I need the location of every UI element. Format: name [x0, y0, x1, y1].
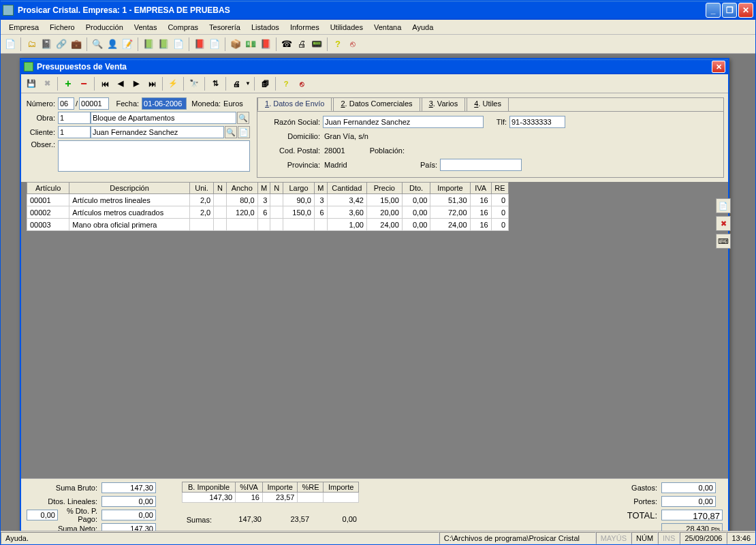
pp-pct-value[interactable]: 0,00 [27, 510, 58, 520]
tab-comerciales[interactable]: 2. Datos Comerciales [333, 97, 420, 111]
add-icon[interactable]: + [61, 76, 76, 91]
domicilio-input[interactable] [323, 130, 484, 142]
sort-icon[interactable]: ⇅ [208, 76, 223, 91]
tb-briefcase-icon[interactable]: 💼 [69, 37, 83, 51]
child-close-button[interactable]: ✕ [712, 61, 725, 73]
menu-compras[interactable]: Compras [162, 22, 204, 33]
menu-ventas[interactable]: Ventas [129, 22, 163, 33]
tb-search-icon[interactable]: 🔍 [91, 37, 104, 51]
grid-header[interactable]: Ancho [226, 183, 257, 194]
tb-box1-icon[interactable]: 📦 [229, 37, 242, 51]
table-row[interactable]: 00003Mano obra oficial primera1,0024,000… [27, 219, 509, 231]
cliente-code-input[interactable] [58, 126, 91, 138]
minimize-button[interactable]: _ [706, 3, 721, 18]
table-row[interactable]: 00001Artículo metros lineales2,080,0390,… [27, 194, 509, 206]
fecha-input[interactable] [142, 97, 187, 110]
binoculars-icon[interactable]: 🔭 [187, 76, 202, 91]
tb-new-icon[interactable]: 📄 [3, 37, 17, 51]
tb-red1-icon[interactable]: 📕 [193, 37, 206, 51]
first-icon[interactable]: ⏮ [97, 76, 112, 91]
menu-tesoreria[interactable]: Tesorería [204, 22, 246, 33]
remove-icon[interactable]: − [76, 76, 91, 91]
table-row[interactable]: 00002Artículos metros cuadrados2,0120,06… [27, 206, 509, 219]
delete-icon[interactable]: ✖ [40, 76, 54, 91]
poblacion-input[interactable] [407, 144, 516, 157]
tb-box3-icon[interactable]: 📕 [259, 37, 272, 51]
numero-serie-input[interactable] [58, 97, 74, 110]
grid-header[interactable]: Artículo [27, 183, 69, 194]
tb-person-icon[interactable]: 👤 [106, 37, 119, 51]
tb-green1-icon[interactable]: 📗 [142, 37, 155, 51]
tab-varios[interactable]: 3. Varios [422, 97, 466, 111]
tb-box2-icon[interactable]: 💵 [244, 37, 257, 51]
cliente-doc-icon[interactable]: 📄 [238, 126, 250, 138]
grid-header[interactable]: M [314, 183, 327, 194]
tb-exit-icon[interactable]: ⎋ [346, 37, 360, 51]
tb-green2-icon[interactable]: 📗 [157, 37, 170, 51]
menu-listados[interactable]: Listados [246, 22, 285, 33]
tab-envio[interactable]: 1. Datos de Envío [257, 97, 332, 111]
menu-informes[interactable]: Informes [285, 22, 325, 33]
grid-header[interactable]: RE [491, 183, 508, 194]
printer-icon[interactable]: 🖨 [229, 76, 244, 91]
gastos-value[interactable]: 0,00 [661, 482, 716, 493]
grid-header[interactable]: Cantidad [327, 183, 366, 194]
grid-header[interactable]: Uni. [189, 183, 213, 194]
tlf-input[interactable] [509, 116, 565, 128]
razon-input[interactable] [323, 116, 484, 128]
cliente-name-input[interactable] [91, 126, 224, 138]
tb-book-icon[interactable]: 📓 [40, 37, 53, 51]
grid-header[interactable]: Importe [430, 183, 470, 194]
last-icon[interactable]: ⏭ [144, 76, 159, 91]
grid-header[interactable]: Precio [366, 183, 402, 194]
grid-keyboard-icon[interactable]: ⌨ [716, 234, 731, 249]
menu-empresa[interactable]: Empresa [3, 22, 44, 33]
menu-utilidades[interactable]: Utilidades [325, 22, 368, 33]
menu-ayuda[interactable]: Ayuda [407, 22, 439, 33]
tb-calc-icon[interactable]: 📟 [310, 37, 324, 51]
help2-icon[interactable]: ? [279, 76, 294, 91]
pais-input[interactable] [440, 159, 522, 171]
cliente-lookup-icon[interactable]: 🔍 [225, 126, 237, 138]
lines-grid[interactable]: ArtículoDescripciónUni.NAnchoMNLargoMCan… [27, 182, 509, 231]
obra-code-input[interactable] [58, 112, 91, 124]
grid-header[interactable]: N [270, 183, 283, 194]
menu-ventana[interactable]: Ventana [368, 22, 407, 33]
numero-num-input[interactable] [79, 97, 109, 110]
sum-bi: 147,30 [216, 514, 264, 525]
menu-fichero[interactable]: Fichero [44, 22, 80, 33]
tb-phone-icon[interactable]: ☎ [280, 37, 294, 51]
save-icon[interactable]: 💾 [24, 76, 39, 91]
tb-chain-icon[interactable]: 🔗 [54, 37, 68, 51]
grid-header[interactable]: Descripción [69, 183, 190, 194]
prev-icon[interactable]: ◀ [113, 76, 128, 91]
tb-red2-icon[interactable]: 📄 [208, 37, 221, 51]
bolt-icon[interactable]: ⚡ [166, 76, 180, 91]
close-button[interactable]: ✕ [738, 3, 753, 18]
print-dropdown-icon[interactable]: ▼ [245, 76, 251, 91]
tb-help-icon[interactable]: ? [331, 37, 345, 51]
cp-input[interactable] [323, 144, 358, 157]
obra-lookup-icon[interactable]: 🔍 [237, 112, 249, 124]
grid-del-icon[interactable]: ✖ [716, 216, 731, 231]
exit2-icon[interactable]: ⎋ [294, 76, 309, 91]
grid-header[interactable]: IVA [470, 183, 491, 194]
grid-header[interactable]: Dto. [402, 183, 430, 194]
maximize-button[interactable]: ❐ [722, 3, 737, 18]
grid-new-icon[interactable]: 📄 [716, 198, 731, 213]
next-icon[interactable]: ▶ [129, 76, 144, 91]
obser-input[interactable] [58, 140, 250, 172]
grid-header[interactable]: Largo [283, 183, 315, 194]
tab-utiles[interactable]: 4. Utiles [467, 97, 509, 111]
tb-folder-icon[interactable]: 🗂 [25, 37, 38, 51]
portes-value[interactable]: 0,00 [661, 496, 716, 507]
menu-produccion[interactable]: Producción [80, 22, 129, 33]
tb-print-icon[interactable]: 🖨 [295, 37, 309, 51]
provincia-input[interactable] [323, 159, 405, 171]
copy-icon[interactable]: 🗐 [257, 76, 272, 91]
obra-name-input[interactable] [91, 112, 236, 124]
tb-note-icon[interactable]: 📝 [121, 37, 134, 51]
grid-header[interactable]: N [214, 183, 227, 194]
grid-header[interactable]: M [257, 183, 270, 194]
tb-sheet-icon[interactable]: 📄 [172, 37, 185, 51]
